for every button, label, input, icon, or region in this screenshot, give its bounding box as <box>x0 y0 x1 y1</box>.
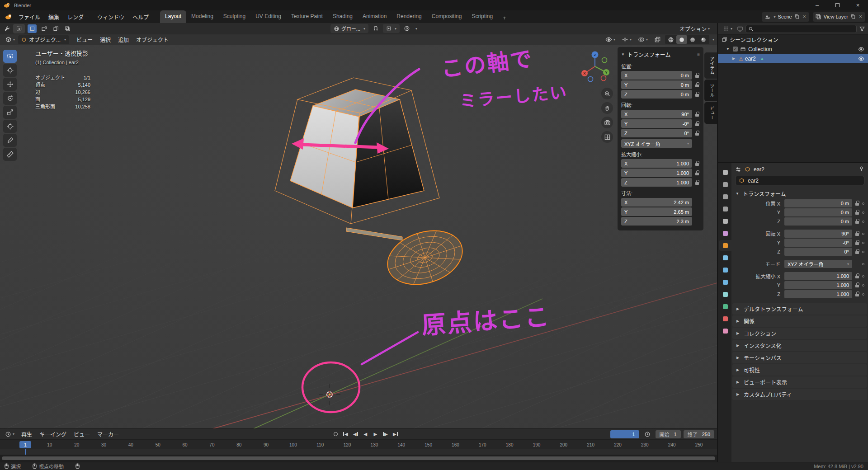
scale-field-row[interactable]: Z1.000 <box>621 178 700 187</box>
properties-section[interactable]: ▶ インスタンス化 <box>732 340 867 351</box>
timeline-ruler[interactable]: 1 11020304050607080901001101201301401501… <box>0 439 717 449</box>
property-field[interactable]: 1.000 <box>784 290 852 298</box>
timeline-editor-button[interactable]: ▾ <box>3 430 17 438</box>
expand-icon[interactable]: ▼ <box>726 47 731 51</box>
new-view-layer-icon[interactable] <box>850 14 856 19</box>
eye-icon[interactable] <box>858 56 864 62</box>
property-field[interactable]: 90° <box>784 230 852 238</box>
animate-dot[interactable] <box>862 202 864 205</box>
editor-type-button[interactable]: ▾ <box>3 35 17 44</box>
properties-tab-render[interactable] <box>719 179 731 190</box>
lock-icon[interactable] <box>854 249 860 254</box>
timeline-track-area[interactable] <box>0 449 717 455</box>
dimension-field-row[interactable]: Y2.65 m <box>621 207 700 216</box>
play-button[interactable]: ▶ <box>371 430 380 438</box>
select-mode-extend-button[interactable] <box>39 24 48 33</box>
sidebar-tab[interactable]: ツール <box>704 80 717 101</box>
scale-field-row[interactable]: X1.000 <box>621 159 700 168</box>
active-tool-button[interactable] <box>13 24 25 33</box>
gizmo-x-neg-axis[interactable] <box>601 76 606 81</box>
workspace-tab[interactable]: Scripting <box>467 10 498 23</box>
viewport-3d[interactable]: ユーザー・透視投影 (1) Collection | ear2 オブジェクト 1… <box>0 45 717 428</box>
select-mode-intersect-button[interactable] <box>63 24 72 33</box>
properties-tab-constraints[interactable] <box>719 289 731 300</box>
properties-section[interactable]: ▶ 可視性 <box>732 364 867 376</box>
property-field[interactable]: -0° <box>784 239 852 247</box>
gizmo-z-neg-axis[interactable] <box>588 77 593 82</box>
lock-icon[interactable] <box>694 122 700 126</box>
properties-section[interactable]: ▶ デルタトランスフォーム <box>732 303 867 315</box>
properties-tab-physics[interactable] <box>719 277 731 287</box>
collection-checkbox[interactable]: ✓ <box>733 47 738 52</box>
tool-annotate[interactable] <box>3 134 17 147</box>
workspace-tab[interactable]: UV Editing <box>250 10 286 23</box>
lock-icon[interactable] <box>694 180 700 185</box>
select-mode-new-button[interactable] <box>28 24 37 33</box>
lock-icon[interactable] <box>694 83 700 87</box>
rotation-field-row[interactable]: X90° <box>621 110 700 118</box>
property-row[interactable]: Z 1.000 <box>731 290 868 298</box>
rendered-shading-button[interactable] <box>698 35 709 44</box>
properties-tab-tool[interactable] <box>719 167 731 178</box>
add-workspace-button[interactable]: + <box>498 12 511 21</box>
tool-scale[interactable] <box>3 106 17 119</box>
xray-toggle-button[interactable] <box>652 35 663 44</box>
timeline-menu-item[interactable]: キーイング <box>36 429 70 439</box>
lock-icon[interactable] <box>694 171 700 175</box>
properties-section[interactable]: ▶ ビューポート表示 <box>732 376 867 388</box>
outliner-row-scene-collection[interactable]: シーンコレクション <box>718 35 868 44</box>
property-field[interactable]: 0 m <box>784 217 852 226</box>
property-field[interactable]: 0° <box>784 248 852 256</box>
lock-icon[interactable] <box>694 73 700 78</box>
menu-item[interactable]: ウィンドウ <box>93 11 128 23</box>
snap-settings-dropdown[interactable]: ▾ <box>383 24 400 33</box>
lock-icon[interactable] <box>694 112 700 117</box>
viewport-menu-item[interactable]: 追加 <box>114 34 132 45</box>
timeline-scrollbar[interactable] <box>0 455 717 462</box>
blender-menu-button[interactable] <box>3 12 14 21</box>
auto-keying-button[interactable] <box>331 430 340 438</box>
sidebar-tab[interactable]: アイテム <box>704 52 717 79</box>
minimize-button[interactable]: – <box>807 0 827 10</box>
tool-move[interactable] <box>3 78 17 91</box>
lock-icon[interactable] <box>854 292 860 296</box>
current-frame-field[interactable]: 1 <box>610 430 639 438</box>
property-field[interactable]: 0 m <box>784 208 852 216</box>
outliner-search-field[interactable] <box>745 25 857 33</box>
jump-to-end-button[interactable]: ▶ <box>391 430 400 438</box>
properties-section[interactable]: ▶ コレクション <box>732 328 867 339</box>
outliner-row-collection[interactable]: ▼ ✓ Collection <box>718 44 868 54</box>
animate-dot[interactable] <box>862 233 864 235</box>
timeline-menu-item[interactable]: 再生 <box>18 429 36 439</box>
prev-keyframe-button[interactable]: ◀ <box>351 430 360 438</box>
gizmos-dropdown[interactable]: ▾ <box>619 35 634 44</box>
viewport-menu-item[interactable]: オブジェクト <box>132 34 172 45</box>
timeline-menu-item[interactable]: マーカー <box>94 429 123 439</box>
frame-start-field[interactable]: 開始 1 <box>656 430 681 438</box>
property-row[interactable]: Y -0° <box>731 239 868 247</box>
tool-cursor[interactable] <box>3 64 17 77</box>
location-field-row[interactable]: Z0 m <box>621 90 700 99</box>
tool-select-box[interactable] <box>3 50 17 63</box>
property-row[interactable]: Y 0 m <box>731 208 868 216</box>
menu-item[interactable]: 編集 <box>44 11 63 23</box>
tool-transform[interactable] <box>3 120 17 133</box>
properties-tab-object[interactable] <box>719 240 731 251</box>
property-row[interactable]: 回転 X 90° <box>731 230 868 238</box>
workspace-tab[interactable]: Layout <box>160 10 186 23</box>
playhead[interactable] <box>25 449 26 455</box>
lock-icon[interactable] <box>694 131 700 136</box>
solid-shading-button[interactable] <box>676 35 687 44</box>
animate-dot[interactable] <box>862 242 864 244</box>
lock-icon[interactable] <box>854 274 860 278</box>
property-row[interactable]: 拡大縮小 X 1.000 <box>731 272 868 280</box>
rotation-field-row[interactable]: Z0° <box>621 129 700 137</box>
object-name-field[interactable]: ear2 <box>735 176 864 185</box>
pin-icon[interactable] <box>859 166 864 172</box>
mode-selector[interactable]: オブジェク... ▾ <box>18 35 69 44</box>
next-keyframe-button[interactable]: ▶ <box>381 430 390 438</box>
tool-rotate[interactable] <box>3 92 17 105</box>
workspace-tab[interactable]: Sculpting <box>218 10 250 23</box>
zoom-button[interactable] <box>601 88 613 99</box>
viewport-menu-item[interactable]: ビュー <box>73 34 96 45</box>
